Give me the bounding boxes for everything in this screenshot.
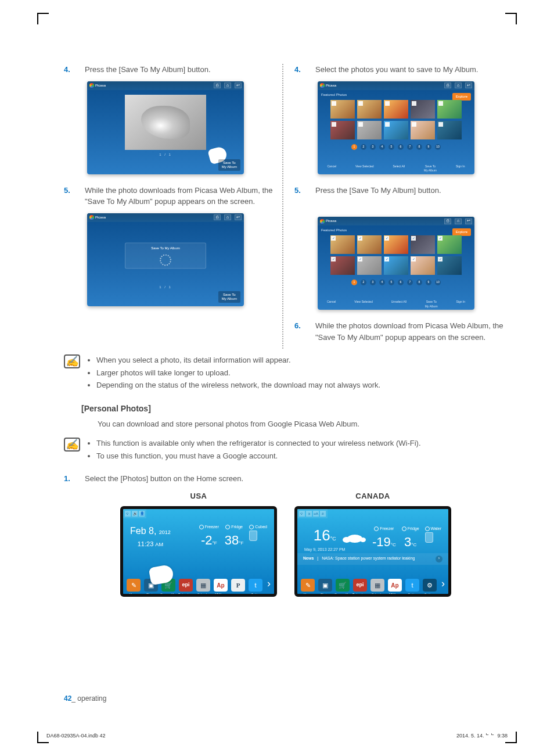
photos-app[interactable]: ▣Photos — [318, 579, 332, 592]
pager-dot[interactable]: 10 — [435, 280, 441, 285]
pager-dot[interactable]: 10 — [435, 144, 441, 150]
apnews-app[interactable]: ApAP News — [388, 579, 402, 592]
pager-dot[interactable]: 4 — [379, 144, 385, 150]
photo-thumb[interactable] — [384, 100, 408, 119]
photo-thumb[interactable] — [384, 235, 408, 254]
pager-dot[interactable]: 8 — [416, 280, 422, 285]
time-ampm: AM — [155, 542, 163, 547]
epicurious-app[interactable]: epiEpicurious — [353, 579, 367, 592]
photo-thumb[interactable] — [330, 100, 355, 119]
step1-num: 1. — [64, 473, 74, 485]
news-text: NASA: Space station power system radiato… — [322, 556, 415, 562]
cancel-button[interactable]: Cancel — [327, 164, 336, 173]
save-to-album-button[interactable]: Save To My Album — [425, 300, 438, 309]
photo-thumb[interactable] — [330, 235, 355, 254]
freezer-label: Freezer — [205, 524, 219, 531]
pager-dot[interactable]: 7 — [407, 280, 413, 285]
photo-thumb[interactable] — [330, 121, 355, 139]
usa-home-screen: ᯤ 🔊 👤 Feb 8, 2012 11:23 AM Freezer -2°F — [120, 506, 277, 597]
twitter-app[interactable]: tTwitter — [249, 579, 262, 592]
epicurious-app[interactable]: epiEpicurious — [179, 579, 193, 592]
photo-thumb[interactable] — [411, 256, 435, 275]
photo-thumb[interactable] — [437, 235, 462, 254]
fridge-icon — [225, 525, 230, 529]
select-all-button[interactable]: Select All — [393, 164, 405, 173]
twitter-app[interactable]: tTwitter — [405, 579, 419, 592]
save-to-album-button[interactable]: Save To My Album — [218, 291, 240, 302]
save-icon[interactable]: ⎙ — [214, 214, 221, 220]
unselect-all-button[interactable]: Unselect All — [391, 300, 406, 309]
pager-dot[interactable]: 9 — [426, 144, 431, 150]
pager-dot[interactable]: 6 — [398, 280, 404, 285]
pager-dot[interactable]: 3 — [370, 280, 376, 285]
note-icon: ✍ — [64, 438, 80, 452]
freezer-val: -2 — [201, 533, 213, 547]
photo-thumb[interactable] — [384, 256, 408, 275]
home-icon[interactable]: ⌂ — [455, 218, 462, 224]
pager-dot[interactable]: 2 — [361, 280, 366, 285]
pager-dot[interactable]: 7 — [407, 144, 413, 150]
right-step4-text: Select the photos you want to save to My… — [315, 64, 508, 76]
back-icon[interactable]: ↩ — [235, 83, 242, 88]
screenshot-left-2: Picasa ⎙ ⌂ ↩ Save To My Album 1 / 1 Save… — [87, 213, 244, 306]
pager-dot[interactable]: 1 — [351, 280, 357, 285]
grocery-app[interactable]: 🛒Grocery Mgr — [336, 579, 350, 592]
pager-dot[interactable]: 8 — [416, 144, 422, 150]
memo-app[interactable]: ✎Memo — [127, 579, 141, 592]
calendar-app[interactable]: ▦Calendar — [196, 579, 210, 592]
save-icon[interactable]: ⎙ — [444, 218, 451, 224]
cancel-button[interactable]: Cancel — [327, 300, 336, 309]
news-next-icon[interactable]: › — [436, 556, 443, 562]
save-to-album-button[interactable]: Save To My Album — [218, 159, 240, 170]
screenshot-right-1: Picasa ⎙ ⌂ ↩ Featured Photos Explore — [318, 81, 474, 174]
back-icon[interactable]: ↩ — [465, 83, 472, 88]
back-icon[interactable]: ↩ — [465, 218, 472, 224]
calendar-app[interactable]: ▦Calendar — [370, 579, 384, 592]
home-icon[interactable]: ⌂ — [224, 214, 231, 220]
save-to-album-button[interactable]: Save To My Album — [424, 164, 437, 173]
view-selected-button[interactable]: View Selected — [354, 300, 373, 309]
settings-app[interactable]: ⚙Settings — [423, 579, 437, 592]
sign-in-button[interactable]: Sign In — [456, 164, 465, 173]
home-icon[interactable]: ⌂ — [455, 83, 462, 88]
left-step5-text: While the photo downloads from Picasa We… — [85, 185, 277, 207]
pager-dot[interactable]: 5 — [388, 280, 394, 285]
canada-label: CANADA — [294, 490, 451, 502]
photo-thumb[interactable] — [411, 235, 435, 254]
photo-thumb[interactable] — [411, 121, 435, 139]
note-item: Larger photos will take longer to upload… — [96, 367, 380, 379]
pager-dot[interactable]: 6 — [398, 144, 404, 150]
view-selected-button[interactable]: View Selected — [355, 164, 374, 173]
photo-thumb[interactable] — [330, 256, 355, 275]
photo-thumb[interactable] — [411, 100, 435, 119]
pager-dot[interactable]: 4 — [379, 280, 385, 285]
note-item: This function is available only when the… — [96, 438, 421, 449]
pager-dot[interactable]: 1 — [351, 144, 357, 150]
save-icon[interactable]: ⎙ — [444, 83, 451, 88]
pandora-app[interactable]: PPandora — [231, 579, 245, 592]
dock-next-arrow[interactable]: › — [441, 576, 445, 592]
apnews-app[interactable]: ApAP News — [214, 579, 228, 592]
memo-app[interactable]: ✎Memo — [301, 579, 315, 592]
photo-thumb[interactable] — [357, 121, 382, 139]
save-icon[interactable]: ⎙ — [214, 83, 221, 88]
weather-date: May 9, 2013 22:27 PM — [304, 547, 345, 553]
photo-thumb[interactable] — [437, 121, 462, 139]
canada-home-screen: ᯤ ⚹ oA ⎚ 16°C May 9, 2013 22:27 PM Freez… — [294, 506, 451, 597]
photo-thumb[interactable] — [357, 100, 382, 119]
dock-next-arrow[interactable]: › — [267, 576, 271, 592]
back-icon[interactable]: ↩ — [235, 214, 242, 220]
photo-thumb[interactable] — [357, 256, 382, 275]
home-icon[interactable]: ⌂ — [224, 83, 231, 88]
photo-thumb[interactable] — [437, 256, 462, 275]
pager-dot[interactable]: 9 — [426, 280, 431, 285]
photo-thumb[interactable] — [437, 100, 462, 119]
pager-dot[interactable]: 2 — [361, 144, 366, 150]
pager-dot[interactable]: 3 — [370, 144, 376, 150]
sign-in-button[interactable]: Sign In — [456, 300, 465, 309]
user-icon: 👤 — [139, 511, 145, 517]
freezer-icon — [374, 526, 379, 531]
pager-dot[interactable]: 5 — [388, 144, 394, 150]
photo-thumb[interactable] — [384, 121, 408, 139]
photo-thumb[interactable] — [357, 235, 382, 254]
